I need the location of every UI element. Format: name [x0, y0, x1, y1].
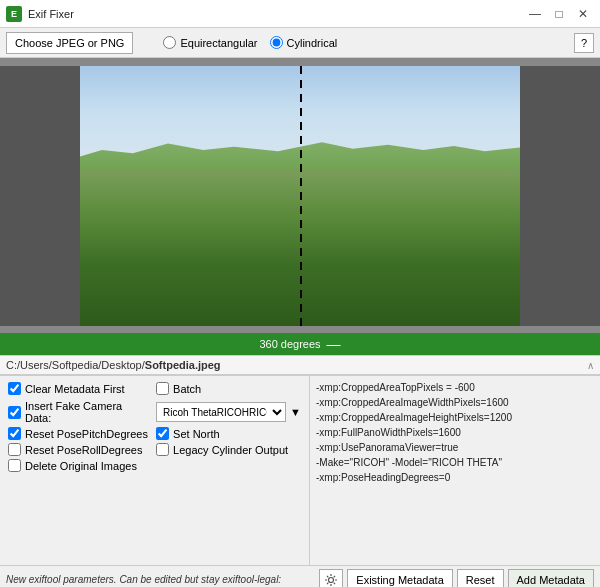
batch-label[interactable]: Batch — [156, 382, 301, 395]
insert-fake-checkbox[interactable] — [8, 406, 21, 419]
status-buttons: Existing Metadata Reset Add Metadata — [319, 569, 594, 588]
close-button[interactable]: ✕ — [572, 5, 594, 23]
progress-dash: — — [327, 337, 341, 351]
clear-metadata-text: Clear Metadata First — [25, 383, 125, 395]
title-bar: E Exif Fixer — □ ✕ — [0, 0, 600, 28]
legacy-output-checkbox[interactable] — [156, 443, 169, 456]
filepath-collapse-icon[interactable]: ∧ — [587, 360, 594, 371]
projection-radio-group: Equirectangular Cylindrical — [163, 36, 337, 49]
clear-metadata-checkbox[interactable] — [8, 382, 21, 395]
batch-checkbox[interactable] — [156, 382, 169, 395]
camera-dropdown[interactable]: Ricoh ThetaRICOHRICOH T — [156, 402, 286, 422]
metadata-panel: -xmp:CroppedAreaTopPixels = -600 -xmp:Cr… — [310, 376, 600, 565]
maximize-button[interactable]: □ — [548, 5, 570, 23]
metadata-line-2: -xmp:CroppedAreaImageWidthPixels=1600 — [316, 395, 594, 410]
reset-pitch-text: Reset PosePitchDegrees — [25, 428, 148, 440]
status-text: New exiftool parameters. Can be edited b… — [6, 574, 319, 585]
insert-fake-row: Insert Fake Camera Data: — [8, 400, 148, 424]
cylindrical-radio-label[interactable]: Cylindrical — [270, 36, 338, 49]
legacy-output-text: Legacy Cylinder Output — [173, 444, 288, 456]
north-line — [300, 66, 302, 326]
svg-point-0 — [329, 577, 334, 582]
insert-fake-label[interactable]: Insert Fake Camera Data: — [8, 400, 148, 424]
reset-pitch-label[interactable]: Reset PosePitchDegrees — [8, 427, 148, 440]
equirect-label: Equirectangular — [180, 37, 257, 49]
degrees-label: 360 degrees — — [259, 337, 340, 351]
right-side-panel — [520, 66, 600, 326]
degrees-progress-bar: 360 degrees — — [0, 333, 600, 355]
set-north-text: Set North — [173, 428, 219, 440]
gear-icon — [324, 573, 338, 587]
metadata-line-4: -xmp:FullPanoWidthPixels=1600 — [316, 425, 594, 440]
reset-roll-label[interactable]: Reset PoseRollDegrees — [8, 443, 148, 456]
metadata-line-5: -xmp:UsePanoramaViewer=true — [316, 440, 594, 455]
help-button[interactable]: ? — [574, 33, 594, 53]
choose-file-button[interactable]: Choose JPEG or PNG — [6, 32, 133, 54]
filepath-text: C:/Users/Softpedia/Desktop/Softpedia.jpe… — [6, 359, 221, 371]
metadata-line-3: -xmp:CroppedAreaImageHeightPixels=1200 — [316, 410, 594, 425]
metadata-line-6: -Make="RICOH" -Model="RICOH THETA" — [316, 455, 594, 470]
cylindrical-radio[interactable] — [270, 36, 283, 49]
filepath-dir: C:/Users/Softpedia/Desktop/ — [6, 359, 145, 371]
window-title: Exif Fixer — [28, 8, 74, 20]
set-north-checkbox[interactable] — [156, 427, 169, 440]
panorama-display-area — [0, 58, 600, 333]
reset-button[interactable]: Reset — [457, 569, 504, 588]
delete-images-label[interactable]: Delete Original Images — [8, 459, 148, 472]
app-icon: E — [6, 6, 22, 22]
left-controls: Clear Metadata First Batch Insert Fake C… — [0, 376, 310, 565]
filepath-filename: Softpedia.jpeg — [145, 359, 221, 371]
reset-roll-checkbox[interactable] — [8, 443, 21, 456]
delete-images-checkbox[interactable] — [8, 459, 21, 472]
bottom-panel: Clear Metadata First Batch Insert Fake C… — [0, 375, 600, 565]
delete-images-text: Delete Original Images — [25, 460, 137, 472]
degrees-text: 360 degrees — [259, 338, 320, 350]
cylindrical-label: Cylindrical — [287, 37, 338, 49]
insert-fake-text: Insert Fake Camera Data: — [25, 400, 148, 424]
filepath-bar: C:/Users/Softpedia/Desktop/Softpedia.jpe… — [0, 355, 600, 375]
settings-icon-btn[interactable] — [319, 569, 343, 588]
add-metadata-button[interactable]: Add Metadata — [508, 569, 595, 588]
set-north-label[interactable]: Set North — [156, 427, 301, 440]
reset-roll-text: Reset PoseRollDegrees — [25, 444, 142, 456]
title-left: E Exif Fixer — [6, 6, 74, 22]
batch-text: Batch — [173, 383, 201, 395]
equirect-radio-label[interactable]: Equirectangular — [163, 36, 257, 49]
equirect-radio[interactable] — [163, 36, 176, 49]
legacy-output-label[interactable]: Legacy Cylinder Output — [156, 443, 301, 456]
window-controls: — □ ✕ — [524, 5, 594, 23]
metadata-line-7: -xmp:PoseHeadingDegrees=0 — [316, 470, 594, 485]
checkbox-grid: Clear Metadata First Batch Insert Fake C… — [8, 382, 301, 472]
minimize-button[interactable]: — — [524, 5, 546, 23]
status-bar: New exiftool parameters. Can be edited b… — [0, 565, 600, 587]
camera-dropdown-row: Ricoh ThetaRICOHRICOH T ▼ — [156, 400, 301, 424]
reset-pitch-checkbox[interactable] — [8, 427, 21, 440]
clear-metadata-label[interactable]: Clear Metadata First — [8, 382, 148, 395]
toolbar: Choose JPEG or PNG Equirectangular Cylin… — [0, 28, 600, 58]
metadata-line-1: -xmp:CroppedAreaTopPixels = -600 — [316, 380, 594, 395]
panorama-image — [80, 66, 520, 326]
dropdown-arrow-icon: ▼ — [290, 406, 301, 418]
left-side-panel — [0, 66, 80, 326]
existing-metadata-button[interactable]: Existing Metadata — [347, 569, 452, 588]
